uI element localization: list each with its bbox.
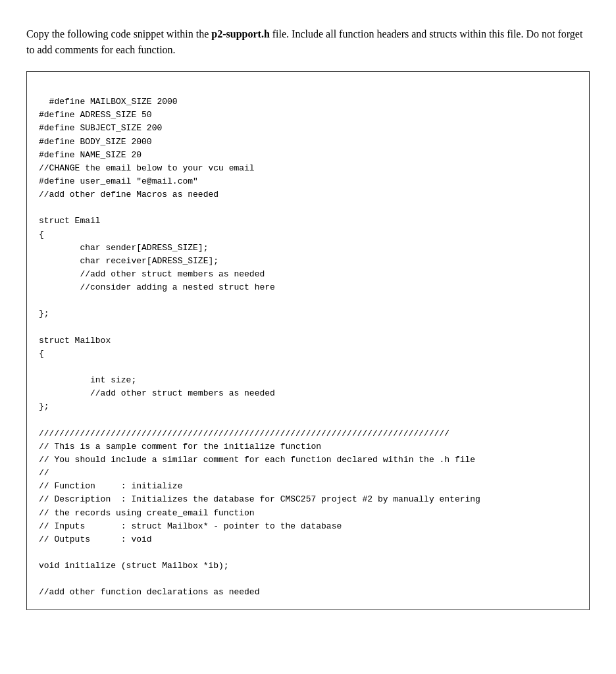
code-content: #define MAILBOX_SIZE 2000 #define ADRESS… [39, 97, 480, 597]
intro-paragraph: Copy the following code snippet within t… [26, 26, 590, 58]
intro-text-before-bold: Copy the following code snippet within t… [26, 28, 211, 39]
code-snippet-box: #define MAILBOX_SIZE 2000 #define ADRESS… [26, 71, 590, 610]
intro-bold-filename: p2-support.h [211, 28, 269, 39]
